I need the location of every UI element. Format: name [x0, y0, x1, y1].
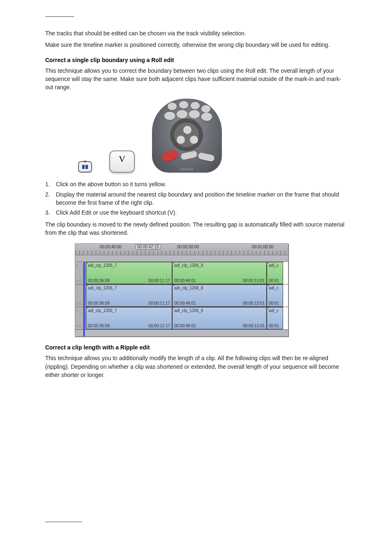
clip[interactable]: adl_clp_1206_8 00:00:48:0100:00:13:01: [172, 307, 267, 329]
shortcut-illustration: V Shuttle: [78, 99, 347, 173]
footer-rule: [45, 522, 82, 522]
step-3: 3.Click Add Edit or use the keyboard sho…: [45, 208, 347, 217]
section1-p1: This technique allows you to correct the…: [45, 67, 347, 92]
clip-dur: 00:00:11:17: [148, 278, 170, 283]
clip[interactable]: adl_clp_1206_8 00:00:48:0100:00:13:01: [172, 262, 267, 284]
document-page: The tracks that should be edited can be …: [0, 0, 392, 555]
intro-p1: The tracks that should be edited can be …: [45, 29, 347, 37]
clip[interactable]: adl_clp_1206_8 00:00:48:0100:00:13:01: [172, 284, 267, 307]
remote-red-button: [161, 149, 179, 163]
clip[interactable]: adl_clp_1206_7 00:00:36:0900:00:11:17: [86, 284, 172, 307]
clip-name: adl_clp_1206_7: [88, 263, 117, 268]
section1-p2: The clip boundary is moved to the newly …: [45, 220, 347, 237]
playhead-label[interactable]: 00:00:42:15: [135, 244, 161, 250]
track-row-2: s0:0.. adl_clp_1206_7 00:00:36:0900:00:1…: [75, 284, 288, 307]
step-2: 2.Display the material around the neares…: [45, 190, 347, 207]
intro-p2: Make sure the timeline marker is positio…: [45, 41, 347, 49]
track-row-1: s0:0.. adl_clp_1206_7 00:00:36:0900:00:1…: [75, 262, 288, 284]
shuttle-remote: Shuttle: [152, 99, 222, 173]
clip[interactable]: adl_c 00:01: [267, 262, 283, 284]
clip-dur: 00:00:13:01: [243, 278, 265, 283]
timeline: 00:00:40:00 00:00:42:15 00:00:50:00 00:0…: [75, 243, 288, 337]
clip[interactable]: adl_c 00:01: [267, 284, 283, 307]
ruler-tick-3: 00:01:00:00: [252, 245, 274, 249]
timeline-ruler[interactable]: 00:00:40:00 00:00:42:15 00:00:50:00 00:0…: [75, 244, 288, 255]
clip-name: adl_clp_1206_8: [174, 263, 203, 268]
playhead-icon[interactable]: [83, 262, 85, 336]
clip[interactable]: adl_clp_1206_7 00:00:36:0900:00:11:17: [86, 307, 172, 329]
ruler-tick-1: 00:00:40:00: [100, 245, 122, 249]
add-edit-icon: [78, 161, 92, 173]
track-row-3: s0:0.. adl_clp_1206_7 00:00:36:0900:00:1…: [75, 307, 288, 330]
clip-in: 00:00:48:01: [174, 278, 196, 283]
step-1: 1.Click on the above button so it turns …: [45, 180, 347, 188]
section2-title: Correct a clip length with a Ripple edit: [45, 344, 347, 351]
ruler-tick-2: 00:00:50:00: [177, 245, 199, 249]
key-v: V: [109, 150, 135, 173]
clip-in: 00:00:36:09: [88, 278, 110, 283]
clip-name: adl_c: [269, 263, 279, 268]
clip[interactable]: adl_c 00:01: [267, 307, 283, 329]
header-rule: [45, 16, 74, 17]
timeline-body: s0:0.. adl_clp_1206_7 00:00:36:0900:00:1…: [75, 262, 288, 336]
clip-in: 00:01: [269, 278, 279, 283]
section1-title: Correct a single clip boundary using a R…: [45, 57, 347, 63]
section2-p1: This technique allows you to additionall…: [45, 354, 347, 379]
clip[interactable]: adl_clp_1206_7 00:00:36:0900:00:11:17: [86, 262, 172, 284]
